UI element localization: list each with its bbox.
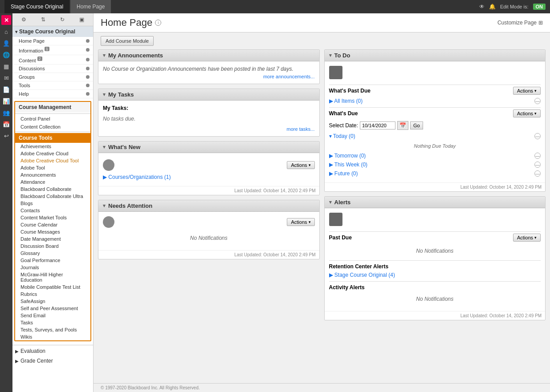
course-tool-contacts[interactable]: Contacts — [15, 207, 90, 214]
course-tool-tasks[interactable]: Tasks — [15, 319, 90, 326]
course-tool-mobile-test[interactable]: Mobile Compatible Test List — [15, 283, 90, 291]
course-tool-course-calendar[interactable]: Course Calendar — [15, 221, 90, 228]
whats-new-collapse-icon[interactable]: ▾ — [103, 144, 106, 150]
future-remove-icon[interactable]: — — [534, 170, 541, 177]
globe-icon[interactable]: 🌐 — [1, 50, 11, 60]
tasks-collapse-icon[interactable]: ▾ — [103, 92, 106, 97]
home-icon[interactable]: ⌂ — [1, 27, 11, 36]
more-tasks-link[interactable]: more tasks... — [103, 126, 315, 132]
tab-home-page[interactable]: Home Page — [70, 0, 111, 13]
content-collection-link[interactable]: Content Collection — [15, 123, 90, 131]
date-input[interactable] — [360, 121, 395, 129]
control-panel-link[interactable]: Control Panel — [15, 115, 90, 123]
course-tool-wikis[interactable]: Wikis — [15, 333, 90, 340]
today-row[interactable]: ▾ Today (0) — — [329, 132, 541, 141]
course-tool-blogs[interactable]: Blogs — [15, 200, 90, 207]
calendar-picker-button[interactable]: 📅 — [397, 121, 408, 130]
course-tool-journals[interactable]: Journals — [15, 264, 90, 271]
nav-section-stage-course[interactable]: ▾ Stage Course Original — [12, 26, 93, 37]
todo-collapse-icon[interactable]: ▾ — [329, 53, 332, 58]
course-tool-announcements[interactable]: Announcements — [15, 171, 90, 178]
course-tool-adobe-tool[interactable]: Adobe Tool — [15, 164, 90, 171]
today-remove-icon[interactable]: — — [534, 133, 541, 139]
course-tool-achievements[interactable]: Achievements — [15, 143, 90, 150]
all-items-link[interactable]: ▶ All Items (0) — [329, 98, 363, 104]
topbar: Stage Course Original Home Page 👁 🔔 Edit… — [0, 0, 550, 13]
eye-icon[interactable]: 👁 — [479, 4, 485, 10]
nav-item-content[interactable]: Content 2 — [12, 55, 93, 65]
this-week-remove-icon[interactable]: — — [534, 162, 541, 168]
tomorrow-link[interactable]: ▶ Tomorrow (0) — [329, 153, 366, 159]
course-tool-adobe-cc[interactable]: Adobe Creative Cloud — [15, 150, 90, 157]
course-tool-bb-collaborate[interactable]: Blackboard Collaborate — [15, 186, 90, 193]
expand-icon[interactable]: ▶ Courses/Organizations (1) — [103, 174, 171, 180]
tomorrow-row[interactable]: ▶ Tomorrow (0) — — [329, 151, 541, 160]
this-week-row[interactable]: ▶ This Week (0) — — [329, 160, 541, 169]
all-items-remove-icon[interactable]: — — [534, 98, 541, 104]
course-tool-self-peer[interactable]: Self and Peer Assessment — [15, 305, 90, 312]
nav-item-information[interactable]: Information 1 — [12, 45, 93, 55]
course-tool-discussion-board[interactable]: Discussion Board — [15, 242, 90, 250]
nav-toolbar: ⚙ ⇅ ↻ ▣ — [12, 13, 93, 26]
close-sidebar-button[interactable]: ✕ — [1, 15, 11, 25]
evaluation-section[interactable]: ▶ Evaluation — [12, 346, 93, 356]
back-icon[interactable]: ↩ — [1, 131, 11, 141]
future-link[interactable]: ▶ Future (0) — [329, 170, 358, 177]
whats-new-actions-button[interactable]: Actions — [287, 161, 314, 169]
tab-stage-course[interactable]: Stage Course Original — [4, 0, 69, 13]
today-link[interactable]: ▾ Today (0) — [329, 133, 355, 139]
course-tool-glossary[interactable]: Glossary — [15, 250, 90, 257]
calendar-icon[interactable]: 📅 — [1, 119, 11, 129]
todo-last-updated: Last Updated: October 14, 2020 2:49 PM — [325, 182, 546, 191]
needs-attention-collapse-icon[interactable]: ▾ — [103, 203, 106, 209]
tomorrow-remove-icon[interactable]: — — [534, 153, 541, 159]
people-icon[interactable]: 👥 — [1, 108, 11, 117]
whats-new-last-updated: Last Updated: October 14, 2020 2:49 PM — [98, 186, 319, 195]
doc-icon[interactable]: 📄 — [1, 85, 11, 94]
course-tool-send-email[interactable]: Send Email — [15, 312, 90, 319]
grade-center-section[interactable]: ▶ Grade Center — [12, 356, 93, 366]
page-info-icon[interactable]: i — [155, 20, 161, 26]
nav-settings-icon[interactable]: ⚙ — [20, 15, 29, 24]
course-tool-attendance[interactable]: Attendance — [15, 178, 90, 186]
course-tool-rubrics[interactable]: Rubrics — [15, 291, 90, 298]
course-tool-goal-performance[interactable]: Goal Performance — [15, 257, 90, 264]
customize-page-button[interactable]: Customize Page ⊞ — [497, 20, 543, 26]
chart-icon[interactable]: 📊 — [1, 96, 11, 106]
alerts-collapse-icon[interactable]: ▾ — [329, 199, 332, 205]
alerts-actions-button[interactable]: Actions — [513, 234, 541, 242]
nav-dot — [86, 84, 90, 87]
course-tool-adobe-cc-tool[interactable]: Adobe Creative Cloud Tool — [15, 157, 90, 164]
alerts-avatar — [329, 213, 342, 226]
whats-due-actions-button[interactable]: Actions — [513, 109, 541, 117]
nav-item-discussions[interactable]: Discussions — [12, 65, 93, 73]
nav-item-home-page[interactable]: Home Page — [12, 37, 93, 45]
announcements-collapse-icon[interactable]: ▾ — [103, 53, 106, 58]
nav-layout-icon[interactable]: ▣ — [77, 15, 86, 24]
course-tool-safeassign[interactable]: SafeAssign — [15, 298, 90, 305]
more-announcements-link[interactable]: more announcements... — [103, 74, 315, 79]
course-tool-content-market[interactable]: Content Market Tools — [15, 214, 90, 221]
this-week-link[interactable]: ▶ This Week (0) — [329, 162, 368, 168]
course-tools-header[interactable]: Course Tools — [15, 133, 90, 143]
course-tool-course-messages[interactable]: Course Messages — [15, 228, 90, 235]
grid-icon[interactable]: ▦ — [1, 61, 11, 71]
nav-item-groups[interactable]: Groups — [12, 73, 93, 81]
add-course-module-button[interactable]: Add Course Module — [101, 36, 154, 46]
users-icon[interactable]: 👤 — [1, 38, 11, 48]
course-tool-bb-collaborate-ultra[interactable]: Blackboard Collaborate Ultra — [15, 193, 90, 200]
email-icon[interactable]: ✉ — [1, 73, 11, 83]
course-tool-date-management[interactable]: Date Management — [15, 235, 90, 242]
nav-item-tools[interactable]: Tools — [12, 81, 93, 90]
course-tool-mcgraw[interactable]: McGraw-Hill Higher Education — [15, 271, 90, 283]
nav-refresh-icon[interactable]: ↻ — [58, 15, 67, 24]
bell-icon[interactable]: 🔔 — [489, 4, 496, 10]
needs-attention-actions-button[interactable]: Actions — [287, 218, 314, 226]
future-row[interactable]: ▶ Future (0) — — [329, 169, 541, 178]
course-tool-tests-surveys[interactable]: Tests, Surveys, and Pools — [15, 326, 90, 333]
stage-course-alert-link[interactable]: ▶ Stage Course Original (4) — [329, 272, 395, 278]
past-due-actions-button[interactable]: Actions — [513, 87, 541, 95]
go-button[interactable]: Go — [410, 121, 423, 129]
nav-move-icon[interactable]: ⇅ — [39, 15, 48, 24]
nav-item-help[interactable]: Help — [12, 90, 93, 98]
